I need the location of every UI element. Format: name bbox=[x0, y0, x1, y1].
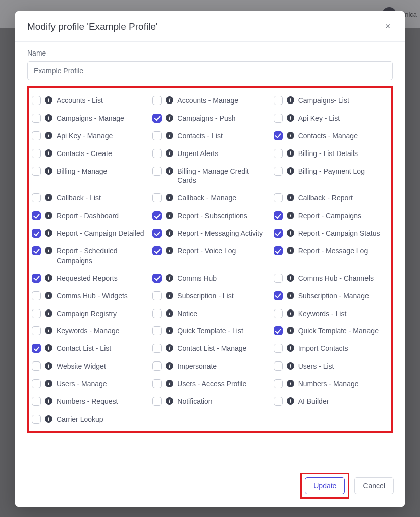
info-icon[interactable] bbox=[287, 194, 294, 201]
info-icon[interactable] bbox=[45, 397, 52, 405]
permission-checkbox[interactable] bbox=[274, 114, 283, 123]
info-icon[interactable] bbox=[166, 380, 173, 387]
permission-checkbox[interactable] bbox=[274, 397, 283, 406]
name-input[interactable] bbox=[27, 61, 393, 80]
info-icon[interactable] bbox=[287, 96, 294, 104]
permission-checkbox[interactable] bbox=[274, 344, 283, 353]
info-icon[interactable] bbox=[45, 132, 52, 139]
info-icon[interactable] bbox=[45, 327, 52, 334]
permission-checkbox[interactable] bbox=[274, 193, 283, 202]
permission-checkbox[interactable] bbox=[32, 131, 41, 140]
info-icon[interactable] bbox=[45, 309, 52, 317]
permission-checkbox[interactable] bbox=[274, 379, 283, 388]
info-icon[interactable] bbox=[166, 292, 173, 299]
permission-checkbox[interactable] bbox=[32, 149, 41, 158]
info-icon[interactable] bbox=[45, 149, 52, 157]
permission-checkbox[interactable] bbox=[32, 167, 41, 176]
permission-checkbox[interactable] bbox=[32, 114, 41, 123]
info-icon[interactable] bbox=[45, 274, 52, 282]
permission-checkbox[interactable] bbox=[274, 149, 283, 158]
info-icon[interactable] bbox=[287, 212, 294, 219]
permission-checkbox[interactable] bbox=[152, 379, 162, 388]
info-icon[interactable] bbox=[287, 247, 294, 254]
permission-checkbox[interactable] bbox=[32, 246, 41, 255]
permission-checkbox[interactable] bbox=[32, 309, 41, 318]
info-icon[interactable] bbox=[287, 132, 294, 139]
permission-checkbox[interactable] bbox=[32, 193, 41, 202]
info-icon[interactable] bbox=[45, 229, 52, 237]
permission-checkbox[interactable] bbox=[32, 229, 41, 238]
info-icon[interactable] bbox=[45, 247, 52, 254]
info-icon[interactable] bbox=[166, 309, 173, 317]
permission-checkbox[interactable] bbox=[152, 149, 162, 158]
permission-checkbox[interactable] bbox=[274, 96, 283, 105]
info-icon[interactable] bbox=[45, 194, 52, 201]
info-icon[interactable] bbox=[166, 274, 173, 282]
info-icon[interactable] bbox=[166, 229, 173, 237]
permission-checkbox[interactable] bbox=[274, 167, 283, 176]
info-icon[interactable] bbox=[166, 247, 173, 254]
info-icon[interactable] bbox=[166, 212, 173, 219]
info-icon[interactable] bbox=[166, 96, 173, 104]
info-icon[interactable] bbox=[287, 344, 294, 352]
info-icon[interactable] bbox=[166, 149, 173, 157]
info-icon[interactable] bbox=[166, 327, 173, 334]
permission-checkbox[interactable] bbox=[32, 397, 41, 406]
permission-checkbox[interactable] bbox=[152, 326, 162, 335]
info-icon[interactable] bbox=[45, 292, 52, 299]
info-icon[interactable] bbox=[45, 167, 52, 175]
info-icon[interactable] bbox=[45, 344, 52, 352]
permission-checkbox[interactable] bbox=[274, 361, 283, 371]
info-icon[interactable] bbox=[287, 362, 294, 370]
info-icon[interactable] bbox=[166, 114, 173, 122]
permission-checkbox[interactable] bbox=[152, 274, 162, 283]
info-icon[interactable] bbox=[45, 96, 52, 104]
info-icon[interactable] bbox=[166, 167, 173, 175]
permission-checkbox[interactable] bbox=[32, 361, 41, 371]
info-icon[interactable] bbox=[287, 149, 294, 157]
info-icon[interactable] bbox=[287, 327, 294, 334]
permission-checkbox[interactable] bbox=[152, 193, 162, 202]
permission-checkbox[interactable] bbox=[32, 291, 41, 300]
permission-checkbox[interactable] bbox=[274, 131, 283, 140]
info-icon[interactable] bbox=[287, 309, 294, 317]
info-icon[interactable] bbox=[45, 212, 52, 219]
permission-checkbox[interactable] bbox=[152, 246, 162, 255]
permission-checkbox[interactable] bbox=[152, 397, 162, 406]
info-icon[interactable] bbox=[45, 114, 52, 122]
permission-checkbox[interactable] bbox=[274, 274, 283, 283]
permission-checkbox[interactable] bbox=[32, 326, 41, 335]
permission-checkbox[interactable] bbox=[152, 361, 162, 371]
info-icon[interactable] bbox=[166, 344, 173, 352]
permission-checkbox[interactable] bbox=[32, 211, 41, 220]
permission-checkbox[interactable] bbox=[274, 291, 283, 300]
permission-checkbox[interactable] bbox=[32, 96, 41, 105]
permission-checkbox[interactable] bbox=[274, 246, 283, 255]
info-icon[interactable] bbox=[287, 397, 294, 405]
permission-checkbox[interactable] bbox=[152, 309, 162, 318]
permission-checkbox[interactable] bbox=[152, 291, 162, 300]
permission-checkbox[interactable] bbox=[152, 114, 162, 123]
info-icon[interactable] bbox=[45, 362, 52, 370]
permission-checkbox[interactable] bbox=[32, 274, 41, 283]
permission-checkbox[interactable] bbox=[152, 167, 162, 176]
close-icon[interactable]: × bbox=[383, 22, 393, 32]
permission-checkbox[interactable] bbox=[152, 211, 162, 220]
cancel-button[interactable]: Cancel bbox=[354, 477, 394, 494]
update-button[interactable]: Update bbox=[305, 477, 345, 494]
info-icon[interactable] bbox=[287, 292, 294, 299]
permission-checkbox[interactable] bbox=[32, 415, 41, 424]
permission-checkbox[interactable] bbox=[274, 211, 283, 220]
info-icon[interactable] bbox=[287, 167, 294, 175]
info-icon[interactable] bbox=[287, 274, 294, 282]
info-icon[interactable] bbox=[45, 415, 52, 423]
info-icon[interactable] bbox=[45, 380, 52, 387]
permission-checkbox[interactable] bbox=[274, 309, 283, 318]
permission-checkbox[interactable] bbox=[152, 96, 162, 105]
permission-checkbox[interactable] bbox=[152, 131, 162, 140]
permission-checkbox[interactable] bbox=[274, 326, 283, 335]
info-icon[interactable] bbox=[287, 229, 294, 237]
permission-checkbox[interactable] bbox=[32, 379, 41, 388]
info-icon[interactable] bbox=[287, 114, 294, 122]
info-icon[interactable] bbox=[166, 194, 173, 201]
